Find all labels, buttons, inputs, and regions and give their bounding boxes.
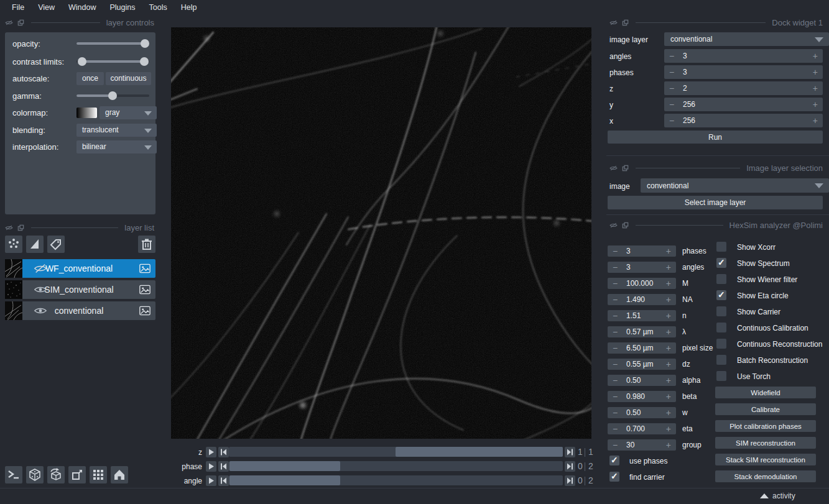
increment-icon[interactable] (666, 311, 671, 320)
stack-demodulation-button[interactable]: Stack demodulation (715, 470, 816, 482)
widefield-button[interactable]: Widefield (715, 387, 816, 398)
float-panel-icon[interactable] (17, 224, 25, 231)
increment-icon[interactable] (666, 441, 671, 449)
hide-panel-eye-icon[interactable] (5, 19, 13, 26)
hexsim-group-spinbox[interactable]: 30 (608, 439, 676, 451)
hexsim-na-spinbox[interactable]: 1.490 (608, 294, 676, 305)
increment-icon[interactable] (666, 408, 671, 417)
float-panel-icon[interactable] (621, 165, 629, 172)
decrement-icon[interactable] (613, 295, 618, 304)
interpolation-dropdown[interactable]: bilinear (76, 140, 157, 153)
y-spinbox[interactable]: 256 (664, 98, 823, 111)
find-carrier-checkbox[interactable] (609, 472, 619, 482)
hexsim-m-spinbox[interactable]: 100.000 (608, 278, 676, 289)
decrement-icon[interactable] (669, 84, 674, 93)
decrement-icon[interactable] (669, 68, 674, 76)
decrement-icon[interactable] (613, 360, 618, 369)
dim-z-play-button[interactable] (206, 447, 216, 457)
hexsim-pixel-size-spinbox[interactable]: 6.50 µm (608, 342, 676, 354)
float-panel-icon[interactable] (17, 19, 25, 26)
gamma-slider[interactable] (76, 91, 149, 100)
dim-angle-skip-start-button[interactable] (218, 475, 229, 486)
hide-panel-eye-icon[interactable] (609, 222, 618, 229)
opacity-slider-handle[interactable] (141, 39, 149, 48)
increment-icon[interactable] (813, 116, 818, 125)
menu-tools[interactable]: Tools (142, 3, 174, 12)
increment-icon[interactable] (666, 392, 671, 401)
run-button[interactable]: Run (608, 131, 823, 144)
use-torch-checkbox[interactable] (716, 371, 726, 381)
decrement-icon[interactable] (669, 100, 674, 109)
roll-dimensions-button[interactable] (47, 466, 65, 483)
new-labels-layer-button[interactable] (47, 236, 65, 253)
increment-icon[interactable] (666, 376, 671, 385)
hide-panel-eye-icon[interactable] (609, 19, 618, 26)
decrement-icon[interactable] (613, 441, 618, 449)
increment-icon[interactable] (666, 279, 671, 288)
image-canvas[interactable] (171, 27, 591, 439)
dim-angle-play-button[interactable] (206, 475, 216, 486)
contrast-max-handle[interactable] (140, 57, 149, 66)
increment-icon[interactable] (666, 263, 671, 272)
dim-z-skip-end-button[interactable] (565, 447, 575, 457)
hexsim-dz-spinbox[interactable]: 0.55 µm (608, 359, 676, 370)
home-button[interactable] (111, 466, 128, 483)
z-spinbox[interactable]: 2 (664, 81, 823, 95)
hide-panel-eye-icon[interactable] (5, 224, 13, 231)
colormap-dropdown[interactable]: gray (100, 106, 157, 119)
menu-plugins[interactable]: Plugins (103, 3, 142, 12)
layer-row-sim-conventional[interactable]: SIM_conventional (5, 280, 155, 299)
increment-icon[interactable] (666, 247, 671, 255)
dim-phase-play-button[interactable] (206, 461, 216, 472)
hexsim-phases-spinbox[interactable]: 3 (608, 245, 676, 257)
hexsim-lambda-spinbox[interactable]: 0.57 µm (608, 326, 676, 337)
batch-reconstruction-checkbox[interactable] (716, 355, 726, 365)
calibrate-button[interactable]: Calibrate (715, 403, 816, 415)
autoscale-continuous-button[interactable]: continuous (106, 72, 151, 85)
plot-calibration-phases-button[interactable]: Plot calibration phases (715, 420, 816, 432)
grid-view-button[interactable] (90, 466, 107, 483)
hexsim-w-spinbox[interactable]: 0.50 (608, 407, 676, 418)
opacity-slider[interactable] (76, 39, 149, 48)
sim-reconstruction-button[interactable]: SIM reconstruction (715, 437, 816, 449)
show-carrier-checkbox[interactable] (716, 306, 726, 316)
x-spinbox[interactable]: 256 (664, 114, 823, 127)
transpose-dimensions-button[interactable] (68, 466, 86, 483)
hexsim-n-spinbox[interactable]: 1.51 (608, 310, 676, 321)
angles-spinbox[interactable]: 3 (664, 49, 823, 63)
activity-button[interactable]: activity (760, 492, 795, 500)
decrement-icon[interactable] (613, 392, 618, 401)
increment-icon[interactable] (813, 84, 818, 93)
decrement-icon[interactable] (613, 279, 618, 288)
decrement-icon[interactable] (613, 263, 618, 272)
show-xcorr-checkbox[interactable] (716, 242, 726, 252)
contrast-limits-slider[interactable] (76, 57, 149, 66)
use-phases-checkbox[interactable] (609, 456, 619, 465)
menu-file[interactable]: File (5, 3, 31, 12)
hexsim-angles-spinbox[interactable]: 3 (608, 262, 676, 273)
layer-row-wf-conventional[interactable]: WF_conventional (5, 259, 155, 278)
dim-phase-slider[interactable] (229, 461, 563, 471)
increment-icon[interactable] (813, 68, 818, 76)
menu-help[interactable]: Help (174, 3, 204, 12)
dim-angle-skip-end-button[interactable] (565, 475, 575, 486)
dim-phase-skip-start-button[interactable] (218, 461, 229, 472)
hexsim-beta-spinbox[interactable]: 0.980 (608, 391, 676, 402)
float-panel-icon[interactable] (621, 19, 629, 26)
select-image-layer-button[interactable]: Select image layer (608, 196, 823, 209)
dim-phase-slider-handle[interactable] (229, 461, 340, 471)
show-wiener-filter-checkbox[interactable] (716, 274, 726, 284)
image-dropdown[interactable]: conventional (641, 178, 829, 193)
image-layer-dropdown[interactable]: conventional (664, 32, 829, 46)
dim-z-skip-start-button[interactable] (218, 447, 229, 457)
new-shapes-layer-button[interactable] (26, 236, 44, 253)
increment-icon[interactable] (813, 100, 818, 109)
decrement-icon[interactable] (669, 52, 674, 60)
decrement-icon[interactable] (613, 328, 618, 336)
hexsim-alpha-spinbox[interactable]: 0.50 (608, 375, 676, 386)
continuos-calibration-checkbox[interactable] (716, 323, 726, 332)
show-eta-circle-checkbox[interactable] (716, 290, 726, 300)
phases-spinbox[interactable]: 3 (664, 65, 823, 79)
new-points-layer-button[interactable] (5, 236, 22, 253)
layer-row-conventional[interactable]: conventional (5, 301, 155, 320)
